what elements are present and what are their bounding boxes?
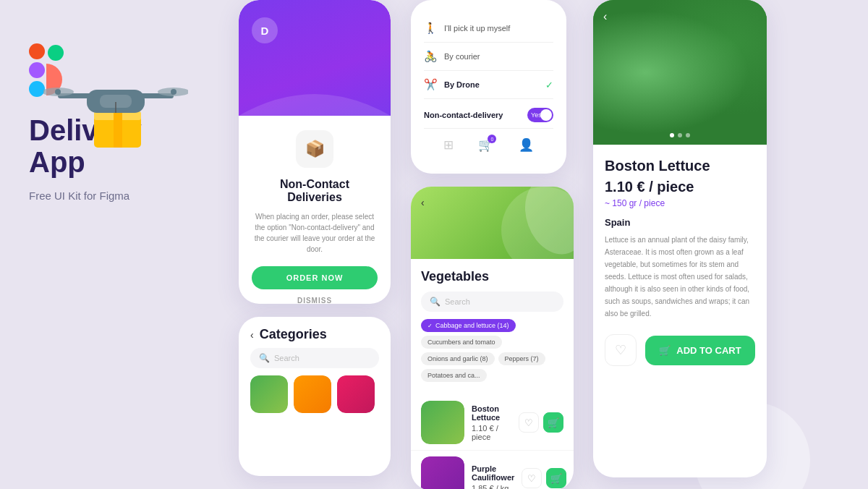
categories-header: ‹ Categories: [239, 317, 391, 348]
delivery-card-desc: When placing an order, please select the…: [252, 211, 378, 255]
option-pickup: 🚶 I'll pick it up myself: [424, 14, 553, 43]
package-icon: 📦: [305, 140, 325, 158]
product-dot-3: [686, 133, 690, 137]
vegetables-header-image: ‹: [411, 187, 574, 259]
vegetable-tags: Cabbage and lettuce (14) Cucumbers and t…: [421, 319, 563, 382]
vegetables-search-bar[interactable]: 🔍 Search: [421, 292, 563, 312]
drone-illustration: [43, 43, 188, 158]
non-contact-toggle-row: Non-contact-delivery Yes: [424, 99, 553, 122]
option-check-icon: ✓: [545, 80, 553, 90]
purple-cauliflower-fav-button[interactable]: ♡: [522, 468, 542, 488]
courier-icon: 🚴: [424, 50, 437, 63]
card-delivery-body: 📦 Non-Contact Deliveries When placing an…: [239, 116, 391, 304]
figma-dot-red: [29, 43, 45, 59]
drone-icon: ✂️: [424, 78, 437, 91]
tag-cabbage-lettuce[interactable]: Cabbage and lettuce (14): [421, 319, 516, 332]
toggle-label: Non-contact-delivery: [424, 111, 520, 119]
svg-point-9: [55, 89, 61, 95]
boston-lettuce-price: 1.10 € / piece: [472, 424, 511, 441]
tag-potatoes[interactable]: Potatoes and ca...: [421, 369, 487, 382]
option-courier: 🚴 By courier: [424, 43, 553, 71]
card-vegetables: ‹ Vegetables 🔍 Search Cabbage and lettuc…: [411, 187, 574, 489]
product-action-buttons: ♡ 🛒 ADD TO CART: [605, 334, 755, 366]
purple-cauliflower-actions: ♡ 🛒: [522, 468, 566, 488]
boston-lettuce-info: Boston Lettuce 1.10 € / piece: [472, 404, 511, 441]
boston-lettuce-fav-button[interactable]: ♡: [519, 412, 539, 433]
categories-search-icon: 🔍: [259, 353, 270, 363]
card-categories: ‹ Categories 🔍 Search: [239, 317, 391, 476]
product-item-purple-cauliflower: Purple Cauliflower 1.85 € / kg ♡ 🛒: [411, 451, 574, 489]
svg-rect-2: [114, 111, 122, 148]
add-to-cart-button[interactable]: 🛒 ADD TO CART: [645, 336, 755, 365]
boston-lettuce-name: Boston Lettuce: [472, 404, 511, 422]
nav-profile-icon[interactable]: 👤: [519, 137, 534, 153]
boston-lettuce-image: [421, 401, 464, 444]
svg-point-10: [171, 89, 176, 95]
product-favorite-button[interactable]: ♡: [605, 334, 637, 366]
cart-icon: 🛒: [659, 345, 671, 356]
product-hero-image: ‹: [593, 0, 767, 145]
boston-lettuce-actions: ♡ 🛒: [519, 412, 563, 433]
veg-search-icon: 🔍: [430, 297, 441, 307]
courier-label: By courier: [444, 52, 553, 61]
product-origin: Spain: [605, 217, 755, 228]
category-item-3[interactable]: [337, 375, 375, 413]
option-drone[interactable]: ✂️ By Drone ✓: [424, 71, 553, 99]
pickup-label: I'll pick it up myself: [444, 24, 553, 33]
product-dot-2: [678, 133, 682, 137]
drone-label: By Drone: [444, 80, 538, 89]
non-contact-toggle[interactable]: Yes: [527, 108, 553, 122]
delivery-card-title: Non-Contact Deliveries: [252, 178, 378, 204]
package-icon-box: 📦: [296, 130, 333, 168]
figma-dot-blue: [29, 81, 45, 97]
card-delivery-options: 🚶 I'll pick it up myself 🚴 By courier ✂️…: [411, 0, 566, 174]
product-item-boston-lettuce: Boston Lettuce 1.10 € / piece ♡ 🛒: [411, 395, 574, 451]
veg-search-placeholder: Search: [445, 297, 470, 306]
app-subtitle: Free UI Kit for Figma: [29, 190, 188, 202]
bottom-navigation: ⊞ 🛒 0 👤: [424, 128, 553, 157]
purple-cauliflower-cart-button[interactable]: 🛒: [546, 468, 566, 488]
purple-cauliflower-info: Purple Cauliflower 1.85 € / kg: [472, 464, 514, 490]
branding-section: Delivery App Free UI Kit for Figma: [29, 43, 188, 202]
pickup-icon: 🚶: [424, 22, 437, 35]
category-item-1[interactable]: [250, 375, 288, 413]
card-product-detail: ‹ Boston Lettuce 1.10 € / piece ~ 150 gr…: [593, 0, 767, 477]
product-dot-1: [670, 133, 674, 137]
category-item-2[interactable]: [294, 375, 331, 413]
boston-lettuce-cart-button[interactable]: 🛒: [543, 412, 563, 433]
card-header-purple: D: [239, 0, 391, 116]
vegetables-content: Vegetables 🔍 Search Cabbage and lettuce …: [411, 259, 574, 395]
tag-peppers[interactable]: Peppers (7): [498, 352, 545, 365]
dismiss-link[interactable]: DISMISS: [297, 297, 332, 304]
figma-dot-purple: [29, 62, 45, 78]
tag-onions[interactable]: Onions and garlic (8): [421, 352, 495, 365]
vegetables-title: Vegetables: [421, 269, 563, 284]
product-leaves-bg: [593, 0, 767, 145]
order-now-button[interactable]: ORDER NOW: [252, 266, 378, 289]
tag-cucumbers[interactable]: Cucumbers and tomato: [421, 336, 502, 349]
card-non-contact-delivery: D 📦 Non-Contact Deliveries When placing …: [239, 0, 391, 304]
cart-badge: 0: [488, 135, 496, 143]
product-image-dots: [670, 133, 690, 137]
purple-cauliflower-image: [421, 456, 464, 489]
product-name: Boston Lettuce: [605, 158, 755, 174]
purple-cauliflower-name: Purple Cauliflower: [472, 464, 514, 482]
purple-cauliflower-price: 1.85 € / kg: [472, 484, 514, 490]
svg-point-12: [515, 187, 574, 259]
nav-cart-icon[interactable]: 🛒 0: [478, 137, 493, 153]
product-detail-body: Boston Lettuce 1.10 € / piece ~ 150 gr /…: [593, 145, 767, 379]
categories-search-placeholder: Search: [274, 354, 299, 362]
vegetables-back-button[interactable]: ‹: [421, 197, 425, 208]
product-weight: ~ 150 gr / piece: [605, 198, 755, 208]
nav-grid-icon[interactable]: ⊞: [443, 137, 454, 153]
product-detail-back-button[interactable]: ‹: [603, 10, 607, 23]
heart-icon: ♡: [615, 342, 626, 358]
categories-title: Categories: [260, 327, 327, 342]
toggle-knob: [540, 109, 552, 121]
categories-search-bar[interactable]: 🔍 Search: [250, 348, 379, 368]
delivery-logo: D: [252, 17, 278, 43]
categories-items: [239, 375, 391, 413]
categories-back-button[interactable]: ‹: [250, 329, 254, 341]
product-price: 1.10 € / piece: [605, 179, 755, 195]
product-description: Lettuce is an annual plant of the daisy …: [605, 234, 755, 320]
